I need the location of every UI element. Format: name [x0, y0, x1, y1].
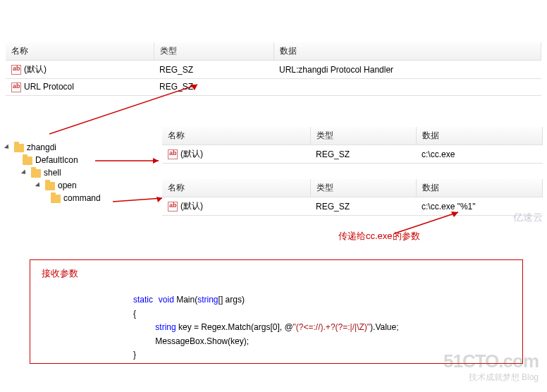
table-header: 名称 类型 数据	[162, 179, 543, 197]
watermark-cloud: 亿速云	[513, 212, 543, 224]
cell-type: REG_SZ	[310, 145, 416, 164]
string-value-icon	[168, 202, 178, 212]
table-row[interactable]: (默认) REG_SZ URL:zhangdi Protocol Handler	[6, 61, 541, 79]
table-header: 名称 类型 数据	[162, 127, 543, 145]
expander-icon[interactable]	[23, 169, 30, 176]
watermark-main: 51CTO.com	[443, 350, 539, 372]
string-value-icon	[11, 65, 21, 75]
cell-name: (默认)	[180, 201, 203, 211]
tree-node-command[interactable]: command	[6, 192, 147, 204]
table-row[interactable]: (默认) REG_SZ c:\cc.exe "%1"	[162, 197, 543, 216]
registry-tree: zhangdi DefaultIcon shell open command	[6, 141, 147, 204]
folder-icon	[23, 157, 32, 165]
cell-data: c:\cc.exe	[416, 145, 543, 164]
folder-icon	[31, 169, 41, 178]
string-value-icon	[11, 82, 21, 92]
cell-data	[274, 79, 541, 96]
col-type[interactable]: 类型	[310, 127, 416, 145]
col-type[interactable]: 类型	[310, 179, 416, 197]
table-row[interactable]: (默认) REG_SZ c:\cc.exe	[162, 145, 543, 164]
string-value-icon	[168, 149, 178, 159]
annotation-text: 传递给cc.exe的参数	[338, 230, 420, 243]
registry-table-defaulticon: 名称 类型 数据 (默认) REG_SZ c:\cc.exe	[162, 127, 543, 164]
col-name[interactable]: 名称	[162, 127, 310, 145]
col-data[interactable]: 数据	[416, 179, 543, 197]
cell-name: (默认)	[180, 149, 203, 159]
expander-icon[interactable]	[37, 181, 44, 188]
cell-data: URL:zhangdi Protocol Handler	[274, 61, 541, 79]
folder-icon	[45, 182, 55, 190]
cell-name: (默认)	[24, 64, 47, 74]
cell-type: REG_SZ	[154, 61, 274, 79]
cell-type: REG_SZ	[310, 197, 416, 216]
col-data[interactable]: 数据	[274, 42, 541, 61]
folder-icon	[51, 195, 61, 203]
cell-name: URL Protocol	[24, 82, 74, 92]
table-header: 名称 类型 数据	[6, 42, 541, 61]
tree-node-open[interactable]: open	[6, 179, 147, 192]
table-row[interactable]: URL Protocol REG_SZ	[6, 79, 541, 96]
col-data[interactable]: 数据	[416, 127, 543, 145]
code-snippet-box: 接收参数 static void Main(string[] args) { s…	[30, 259, 523, 364]
registry-table-command: 名称 类型 数据 (默认) REG_SZ c:\cc.exe "%1"	[162, 179, 543, 216]
tree-node-defaulticon[interactable]: DefaultIcon	[6, 154, 147, 166]
code-snippet-title: 接收参数	[42, 267, 511, 280]
folder-icon	[14, 144, 24, 152]
col-name[interactable]: 名称	[162, 179, 310, 197]
tree-node-zhangdi[interactable]: zhangdi	[6, 141, 147, 154]
registry-table-main: 名称 类型 数据 (默认) REG_SZ URL:zhangdi Protoco…	[6, 42, 541, 96]
col-name[interactable]: 名称	[6, 42, 154, 61]
code-content: static void Main(string[] args) { string…	[42, 293, 511, 362]
tree-node-shell[interactable]: shell	[6, 166, 147, 179]
expander-icon[interactable]	[6, 143, 13, 150]
svg-marker-5	[156, 197, 162, 202]
svg-marker-3	[153, 158, 159, 164]
col-type[interactable]: 类型	[154, 42, 274, 61]
cell-type: REG_SZ	[154, 79, 274, 96]
watermark-sub: 技术成就梦想 Blog	[469, 372, 539, 384]
